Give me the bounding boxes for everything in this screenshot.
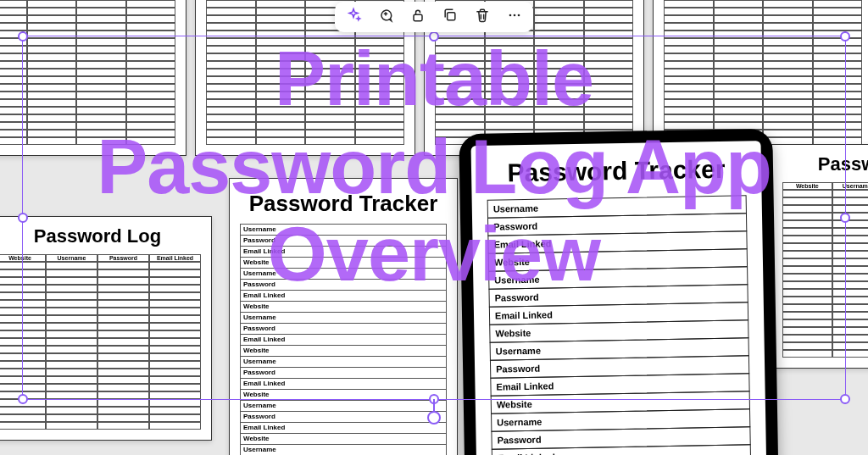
- log-cell: [485, 122, 535, 130]
- log-cell: [534, 69, 584, 76]
- log-cell: [0, 369, 46, 376]
- log-column-header: Website: [782, 182, 832, 190]
- log-cell: [149, 338, 201, 346]
- log-cell: [782, 312, 832, 319]
- resize-handle-middle-right[interactable]: [840, 213, 850, 223]
- log-cell: [46, 346, 97, 353]
- log-cell: [832, 335, 869, 342]
- log-cell: [355, 53, 405, 61]
- log-cell: [534, 92, 584, 99]
- log-cell: [256, 122, 306, 130]
- log-cell: [435, 53, 485, 61]
- log-cell: [149, 399, 201, 407]
- comment-button[interactable]: [374, 5, 398, 29]
- log-cell: [832, 205, 869, 213]
- log-cell: [0, 53, 27, 61]
- log-cell: [355, 114, 405, 122]
- log-cell: [813, 107, 863, 114]
- log-cell: [714, 38, 764, 46]
- log-cell: [782, 274, 832, 281]
- log-cell: [714, 107, 764, 114]
- log-cell: [435, 99, 485, 107]
- context-toolbar: [335, 2, 533, 32]
- log-cell: [813, 15, 863, 23]
- lock-button[interactable]: [406, 5, 430, 29]
- tracker-field-row: Username: [240, 400, 447, 412]
- log-cell: [76, 84, 126, 92]
- tracker-field-row: Username: [240, 356, 447, 368]
- log-cell: [149, 353, 201, 361]
- mockup-sheet: Password Log WebsiteUsernamePasswordEmai…: [771, 144, 868, 369]
- log-cell: [584, 8, 634, 15]
- log-cell: [0, 137, 27, 145]
- log-cell: [0, 0, 27, 8]
- log-cell: [813, 53, 863, 61]
- log-cell: [832, 289, 869, 297]
- tracker-field-row: Password: [240, 411, 447, 423]
- log-cell: [149, 346, 201, 353]
- log-cell: [256, 31, 306, 38]
- log-cell: [664, 122, 714, 130]
- log-cell: [813, 69, 863, 76]
- log-cell: [126, 99, 176, 107]
- resize-handle-top-left[interactable]: [18, 31, 28, 42]
- tablet-title: Password Tracker: [487, 154, 747, 187]
- log-cell: [305, 53, 355, 61]
- log-cell: [305, 122, 355, 130]
- log-cell: [0, 122, 27, 130]
- log-cell: [763, 15, 813, 23]
- log-cell: [27, 99, 77, 107]
- resize-handle-top-middle[interactable]: [429, 31, 439, 42]
- log-cell: [832, 342, 869, 350]
- log-cell: [813, 114, 863, 122]
- log-cell: [76, 114, 126, 122]
- log-cell: [305, 137, 355, 145]
- log-cell: [355, 46, 405, 53]
- log-cell: [485, 69, 535, 76]
- ai-magic-button[interactable]: [342, 5, 365, 29]
- log-cell: [97, 399, 149, 407]
- log-cell: [534, 53, 584, 61]
- resize-handle-bottom-middle[interactable]: [429, 394, 439, 404]
- log-cell: [97, 338, 149, 346]
- log-cell: [256, 92, 306, 99]
- log-cell: [46, 269, 97, 277]
- resize-handle-middle-left[interactable]: [18, 213, 28, 223]
- log-cell: [763, 69, 813, 76]
- more-button[interactable]: [503, 5, 526, 29]
- log-cell: [76, 137, 126, 145]
- log-cell: [832, 258, 869, 266]
- log-cell: [27, 114, 77, 122]
- log-cell: [27, 137, 77, 145]
- log-cell: [485, 46, 535, 53]
- log-cell: [782, 327, 832, 335]
- log-cell: [534, 107, 584, 114]
- log-cell: [126, 84, 176, 92]
- log-cell: [46, 300, 97, 308]
- log-cell: [97, 376, 149, 384]
- log-cell: [149, 376, 201, 384]
- log-cell: [782, 281, 832, 289]
- log-cell: [832, 319, 869, 327]
- log-cell: [305, 130, 355, 137]
- log-cell: [97, 285, 149, 292]
- tracker-field-row: Username: [240, 268, 447, 280]
- log-cell: [97, 292, 149, 300]
- canvas-area[interactable]: Password Log WebsiteUsernamePasswordEmai…: [0, 0, 868, 455]
- duplicate-button[interactable]: [438, 5, 462, 29]
- resize-handle-top-right[interactable]: [840, 31, 850, 42]
- log-cell: [206, 61, 256, 69]
- resize-handle-bottom-left[interactable]: [18, 394, 28, 404]
- delete-button[interactable]: [470, 5, 494, 29]
- tracker-field-row: Website: [240, 345, 447, 357]
- log-cell: [149, 269, 201, 277]
- log-cell: [126, 8, 176, 15]
- log-cell: [46, 391, 97, 399]
- resize-handle-bottom-right[interactable]: [840, 394, 850, 404]
- log-cell: [664, 38, 714, 46]
- log-cell: [763, 46, 813, 53]
- log-grid: WebsiteUsernamePasswordEmail Linked: [782, 182, 868, 358]
- log-cell: [0, 114, 27, 122]
- log-cell: [782, 350, 832, 358]
- comment-icon: [377, 7, 394, 27]
